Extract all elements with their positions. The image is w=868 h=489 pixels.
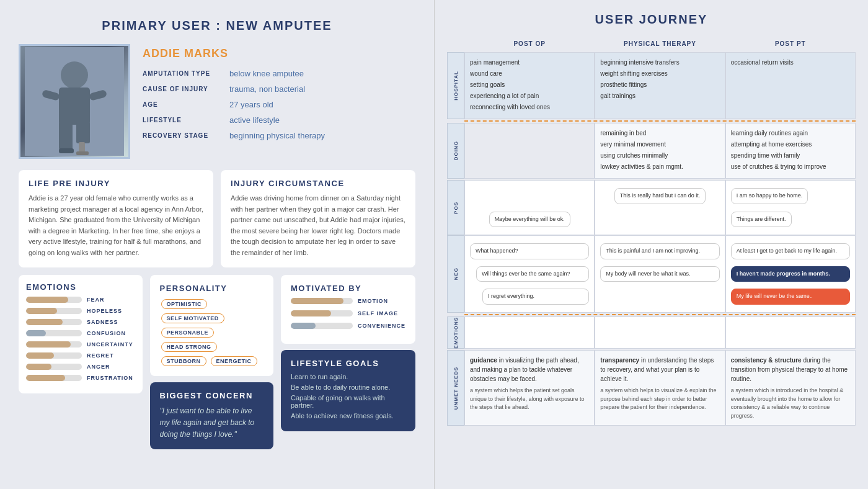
- label-cause: CAUSE OF INJURY: [143, 84, 229, 92]
- emotions-title: EMOTIONS: [26, 282, 135, 292]
- lifestyle-goals-list: Learn to run again.Be able to do daily r…: [291, 373, 405, 419]
- emotion-label: ANGER: [87, 364, 110, 370]
- needs-pt-system: a system which helps to visualize & expl…: [600, 387, 719, 412]
- emotion-bar-container: [26, 319, 82, 325]
- emotion-row: SADNESS: [26, 319, 135, 325]
- biggest-concern-card: BIGGEST CONCERN "I just want to be able …: [150, 382, 274, 450]
- quote-maybe: Maybe everything will be ok.: [489, 212, 570, 228]
- doing-row: DOING remaining in bedvery minimal movem…: [447, 123, 856, 179]
- biggest-concern-text: "I just want to be able to live my life …: [160, 405, 264, 441]
- needs-post-pt-header: consistency & structure during the trans…: [731, 356, 850, 384]
- needs-post-op-system: a system which helps the patient set goa…: [470, 387, 589, 412]
- svg-point-1: [61, 61, 88, 89]
- lifestyle-goal-item: Learn to run again.: [291, 373, 405, 380]
- emotion-label: HOPELESS: [87, 308, 122, 314]
- personality-tag: PERSONABLE: [161, 328, 215, 338]
- personality-tag: HEAD STRONG: [161, 342, 217, 352]
- emotion-bar-container: [26, 341, 82, 348]
- phase-physical-therapy: PHYSICAL THERAPY: [595, 37, 725, 51]
- info-row-lifestyle: LIFESTYLE active lifestyle: [143, 115, 415, 125]
- emotion-bar-fill: [26, 364, 51, 370]
- neg-post-pt: At least I get to get back to my life ag…: [725, 235, 856, 313]
- unmet-needs-label-cell: UNMET NEEDS: [447, 350, 464, 426]
- pos-pt: This is really hard but I can do it.: [595, 180, 725, 235]
- motivated-bar-container: [291, 298, 353, 304]
- profile-area: ADDIE MARKS AMPUTATION TYPE below knee a…: [19, 44, 415, 159]
- phase-headers: POST OP PHYSICAL THERAPY POST PT: [447, 37, 856, 51]
- emotion-label: SADNESS: [87, 319, 118, 325]
- injury-circumstance-text: Addie was driving home from dinner on a …: [231, 193, 405, 259]
- info-row-cause: CAUSE OF INJURY trauma, non bacterial: [143, 84, 415, 94]
- emotion-bar-fill: [26, 308, 57, 314]
- injury-circumstance-title: INJURY CIRCUMSTANCE: [231, 179, 405, 188]
- phase-post-op: POST OP: [464, 37, 595, 51]
- profile-photo: [19, 44, 130, 159]
- pos-post-pt: I am so happy to be home. Things are dif…: [725, 180, 856, 235]
- emotions-row: EMOTIONS: [447, 316, 856, 349]
- personality-tag: OPTIMISTIC: [161, 299, 208, 309]
- emotion-label: UNCERTAINTY: [87, 341, 133, 348]
- hospital-item: setting goals: [470, 80, 589, 89]
- left-panel: PRIMARY USER : NEW AMPUTEE: [0, 0, 434, 489]
- doing-item: lowkey activities & pain mgmt.: [600, 162, 719, 171]
- quote-different: Things are different.: [731, 212, 792, 228]
- quote-regret: I regret everything.: [482, 289, 589, 305]
- quote-happy-home: I am so happy to be home.: [731, 188, 808, 204]
- pos-row: POS Maybe everything will be ok. This is…: [447, 180, 856, 235]
- hospital-item: experiencing a lot of pain: [470, 91, 589, 101]
- hospital-label: HOSPITAL: [453, 71, 459, 101]
- bottom-section: EMOTIONS FEAR HOPELESS SADNESS CONFUSION…: [19, 275, 415, 457]
- svg-rect-3: [59, 122, 73, 150]
- lifestyle-goal-item: Be able to do daily routine alone.: [291, 384, 405, 391]
- emotion-row: CONFUSION: [26, 330, 135, 336]
- needs-post-pt-bold: consistency & structure: [731, 357, 802, 364]
- emotion-bar-fill: [26, 330, 46, 336]
- emotions-row-label: EMOTIONS: [453, 317, 459, 349]
- motivated-by-card: MOTIVATED BY EMOTION SELF IMAGE CONVENIE…: [281, 275, 415, 344]
- emotion-bar-fill: [26, 341, 71, 348]
- right-title: USER JOURNEY: [447, 12, 856, 27]
- hospital-post-pt: occasional return visits: [725, 52, 856, 119]
- emotion-label: CONFUSION: [87, 330, 126, 336]
- pos-label-cell: POS: [447, 180, 464, 235]
- profile-photo-inner: [20, 46, 128, 157]
- hospital-row: HOSPITAL pain managementwound caresettin…: [447, 52, 856, 119]
- emotions-post-pt: [725, 316, 856, 349]
- emotion-label: FRUSTRATION: [87, 375, 133, 381]
- lifestyle-goal-item: Capable of going on walks with partner.: [291, 394, 405, 409]
- doing-post-op: [464, 123, 595, 179]
- life-pre-injury-text: Addie is a 27 year old female who curren…: [29, 193, 203, 259]
- emotion-bar-fill: [26, 297, 68, 303]
- needs-pt-header: transparency in understanding the steps …: [600, 356, 719, 384]
- emotion-bar-fill: [26, 319, 63, 325]
- motivated-bar-fill: [291, 323, 316, 329]
- emotion-row: ANGER: [26, 364, 135, 370]
- value-lifestyle: active lifestyle: [229, 115, 280, 125]
- svg-rect-6: [76, 151, 89, 155]
- cards-row-top: LIFE PRE INJURY Addie is a 27 year old f…: [19, 170, 415, 267]
- info-row-recovery: RECOVERY STAGE beginning physical therap…: [143, 131, 415, 140]
- unmet-needs-row: UNMET NEEDS guidance in visualizing the …: [447, 350, 856, 426]
- neg-post-op: What happened? Will things ever be the s…: [464, 235, 595, 313]
- persona-name: ADDIE MARKS: [143, 47, 415, 60]
- doing-pt: remaining in bedvery minimal movementusi…: [595, 123, 725, 179]
- emotion-bar-container: [26, 375, 82, 381]
- quote-what-happened: What happened?: [470, 243, 589, 259]
- hospital-item: pain management: [470, 58, 589, 67]
- personality-tag: ENERGETIC: [211, 356, 257, 366]
- motivated-label: SELF IMAGE: [358, 310, 398, 316]
- middle-col: PERSONALITY OPTIMISTICSELF MOTIVATEDPERS…: [150, 275, 274, 457]
- neg-label-cell: NEG: [447, 235, 464, 313]
- value-age: 27 years old: [229, 100, 273, 109]
- emotion-bar-container: [26, 352, 82, 359]
- neg-row: NEG What happened? Will things ever be t…: [447, 235, 856, 313]
- quote-never-same: My life will never be the same..: [731, 289, 850, 305]
- motivated-bar-row: EMOTION: [291, 298, 405, 304]
- motivated-by-title: MOTIVATED BY: [291, 284, 405, 293]
- value-cause: trauma, non bacterial: [229, 84, 305, 94]
- motivated-bar-fill: [291, 298, 343, 304]
- emotion-row: HOPELESS: [26, 308, 135, 314]
- hospital-item: reconnecting with loved ones: [470, 102, 589, 112]
- doing-label-cell: DOING: [447, 123, 464, 179]
- needs-post-pt-system: a system which is introduced in the hosp…: [731, 387, 850, 420]
